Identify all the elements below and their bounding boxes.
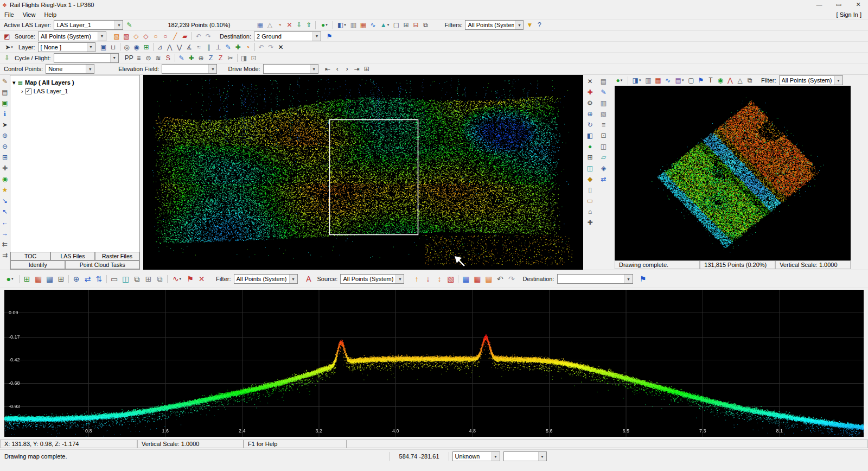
tab-las-files[interactable]: LAS Files [50, 252, 95, 260]
sphere-icon[interactable]: ● [585, 142, 595, 151]
pp-toggle[interactable]: PP [124, 53, 134, 62]
sign-in-link[interactable]: [ Sign In ] [837, 11, 861, 18]
stats-table-icon[interactable]: ⊟ [411, 21, 420, 30]
layers-icon[interactable]: ▤ [0, 87, 10, 97]
expander-icon[interactable]: › [21, 88, 23, 94]
profile-measure-icon[interactable]: ◫ [120, 273, 131, 285]
profile-wave-icon[interactable]: ∿ [368, 21, 378, 30]
window-icon[interactable]: ◫ [599, 142, 609, 151]
class-above-icon[interactable]: ↑ [411, 273, 422, 285]
redo-classify-icon[interactable]: ↷ [203, 31, 213, 41]
identify-info-icon[interactable]: ℹ [0, 109, 10, 119]
pan-icon[interactable]: ✚ [0, 163, 10, 173]
image-icon[interactable]: ▣ [0, 98, 10, 108]
profile-destination-select[interactable]: ▼ [557, 274, 633, 284]
profile-grid-icon[interactable]: ⊞ [55, 273, 67, 285]
copy-map-icon[interactable]: ⧉ [420, 21, 430, 30]
class-below-icon[interactable]: ↓ [422, 273, 433, 285]
color-by-profile-dropdown[interactable]: ● [2, 273, 17, 285]
segment-icon[interactable]: S [163, 53, 173, 62]
tab-identify[interactable]: Identify [10, 260, 65, 269]
plane-icon[interactable]: ▱ [599, 152, 609, 162]
palette-orange-icon[interactable]: ▦ [483, 273, 494, 285]
menu-view[interactable]: View [18, 10, 40, 20]
zoom-full-extent-icon[interactable]: ◉ [0, 174, 10, 184]
profile-fit-icon[interactable]: ⇅ [93, 273, 105, 285]
classify-line-icon[interactable]: ╱ [170, 31, 180, 41]
profile-filter-select[interactable]: All Points (System)▼ [234, 274, 298, 284]
select-cursor-dropdown[interactable]: ➤ [2, 42, 16, 52]
classify-poly-subtract-icon[interactable]: ◇ [141, 31, 151, 41]
units-select[interactable]: ▼ [503, 451, 547, 461]
classify-rect-subtract-icon[interactable]: ▧ [122, 31, 131, 41]
profile-capture-icon[interactable]: ▭ [108, 273, 120, 285]
layer-visibility-checkbox[interactable] [25, 88, 31, 94]
zoom-3d-icon[interactable]: ⊕ [585, 109, 595, 119]
settings-icon[interactable]: ⚙ [585, 98, 595, 108]
classify-rect-add-icon[interactable]: ▧ [112, 31, 122, 41]
tab-toc[interactable]: TOC [10, 252, 50, 260]
classify-poly-add-icon[interactable]: ◇ [131, 31, 141, 41]
diamond-icon[interactable]: ◆ [585, 174, 595, 184]
prev-extent-icon[interactable]: ← [0, 218, 10, 227]
z-report-icon[interactable]: Z [216, 53, 226, 62]
record-table-icon[interactable]: ⊞ [362, 65, 372, 74]
tree-root-map[interactable]: ▾ ▦ Map ( All Layers ) [12, 78, 137, 87]
crosshair-icon[interactable]: ✚ [585, 87, 595, 97]
class-color-grid-icon[interactable]: ▦ [358, 21, 368, 30]
profile-pan-icon[interactable]: ⇄ [82, 273, 93, 285]
classify-brush-icon[interactable]: ▰ [180, 31, 190, 41]
tab-point-cloud-tasks[interactable]: Point Cloud Tasks [65, 260, 139, 269]
profile-flag-icon[interactable]: ⚑ [184, 273, 196, 285]
active-las-layer-select[interactable]: LAS Layer_1▼ [54, 20, 123, 30]
walkthrough-3d-icon[interactable]: ⋀ [725, 76, 735, 85]
tin-display-icon[interactable]: △ [265, 21, 275, 30]
flightline-wave-icon[interactable]: ≋ [154, 53, 163, 62]
notes-icon[interactable]: ▤ [599, 77, 609, 86]
edit-tools-icon[interactable]: ✕ [284, 21, 294, 30]
filters-select[interactable]: All Points (System)▼ [465, 20, 524, 30]
display-3d-dropdown[interactable]: ◨ [630, 76, 643, 85]
profile-source-select[interactable]: All Points (System)▼ [340, 274, 404, 284]
profile-undo-icon[interactable]: ↶ [494, 273, 506, 285]
feature-table-icon[interactable]: ⊞ [142, 42, 151, 52]
close-button[interactable]: ✕ [848, 0, 868, 10]
cycle-flight-select[interactable]: ▼ [54, 53, 119, 63]
color-by-elevation-dropdown[interactable]: ● [317, 21, 331, 30]
source-select[interactable]: All Points (System)▼ [38, 31, 106, 41]
viewer-window-dropdown[interactable]: ◧ [335, 21, 348, 30]
layer-select[interactable]: [ None ]▼ [38, 42, 95, 52]
zoom-out-icon[interactable]: ⊖ [0, 142, 10, 151]
flightline-compare-icon[interactable]: ⊜ [144, 53, 154, 62]
prev-record-icon[interactable]: ‹ [333, 65, 342, 74]
draw-line-icon[interactable]: ⋀ [165, 42, 175, 52]
map-view-canvas[interactable] [143, 75, 583, 270]
expander-icon[interactable]: ▾ [12, 79, 16, 86]
redo-edit-icon[interactable]: ↷ [266, 42, 276, 52]
target-icon[interactable]: ⊡ [599, 131, 609, 141]
next-extent-icon[interactable]: → [0, 228, 10, 238]
close-panel-icon[interactable]: ✕ [585, 77, 595, 86]
pattern-icon[interactable]: ▧ [599, 109, 609, 119]
import-points-icon[interactable]: ⇩ [294, 21, 304, 30]
class-window-icon[interactable]: ▧ [445, 273, 456, 285]
elevation-field-select[interactable]: ▼ [162, 64, 217, 74]
discard-edits-icon[interactable]: ⊔ [108, 42, 118, 52]
profile-destination-flag-icon[interactable]: ⚑ [637, 273, 649, 285]
qaqc-icon[interactable]: ◩ [2, 31, 12, 41]
first-record-icon[interactable]: ⇤ [323, 65, 333, 74]
find-feature-icon[interactable]: ◎ [122, 42, 132, 52]
tree-item-las-layer[interactable]: › LAS Layer_1 [12, 87, 137, 96]
tracking-icon[interactable]: ◔ [243, 42, 253, 52]
profile-grid-green-icon[interactable]: ⊞ [21, 273, 33, 285]
view3d-filter-select[interactable]: All Points (System)▼ [779, 75, 843, 85]
sketch-icon[interactable]: ✎ [0, 77, 10, 86]
copy-3d-icon[interactable]: ⧉ [745, 76, 755, 85]
snapshot-3d-icon[interactable]: ▢ [686, 76, 696, 85]
hillshade-icon[interactable]: ▥ [348, 21, 358, 30]
menu-help[interactable]: Help [40, 10, 61, 20]
minimize-button[interactable]: — [809, 0, 829, 10]
draw-polygon-icon[interactable]: ⋁ [175, 42, 184, 52]
globe-3d-icon[interactable]: ◉ [716, 76, 725, 85]
shade-3d-icon[interactable]: ▥ [599, 98, 609, 108]
